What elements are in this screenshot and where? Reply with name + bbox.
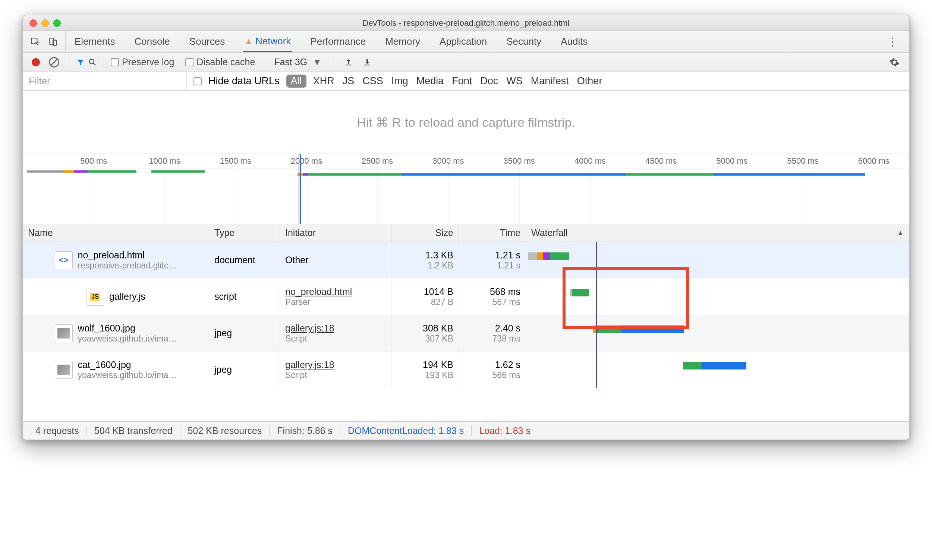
device-toggle-icon[interactable] [45,31,62,52]
element-picker-icon[interactable] [26,31,44,52]
request-time: 1.62 s566 ms [459,352,526,388]
tab-sources[interactable]: Sources [188,31,226,52]
timeline-tick: 2000 ms [291,156,322,166]
request-name: wolf_1600.jpg [78,323,177,334]
record-icon[interactable] [32,58,40,66]
settings-icon[interactable] [889,57,909,68]
request-row[interactable]: wolf_1600.jpgyoavweiss.github.io/ima…jpe… [23,315,909,352]
status-transferred: 504 KB transferred [87,425,180,436]
status-finish: Finish: 5.86 s [269,425,340,436]
upload-har-icon[interactable] [341,58,357,66]
status-load: Load: 1.83 s [472,425,538,436]
tab-security[interactable]: Security [505,31,543,52]
zoom-icon[interactable] [53,19,61,27]
filter-type-doc[interactable]: Doc [480,75,498,87]
request-size: 1014 B827 B [392,278,459,315]
request-type: script [209,278,280,315]
disable-cache-checkbox[interactable] [185,58,194,66]
filter-type-font[interactable]: Font [452,75,472,87]
request-name: no_preload.html [78,250,177,261]
status-dcl: DOMContentLoaded: 1.83 s [340,425,472,436]
filter-type-manifest[interactable]: Manifest [531,75,569,87]
panels-tabbar: Elements Console Sources ▲Network Perfor… [23,31,909,52]
overflow-menu-icon[interactable]: ⋮ [876,35,909,48]
filetype-icon: JS [86,288,104,306]
download-har-icon[interactable] [359,58,375,66]
window-title: DevTools - responsive-preload.glitch.me/… [23,18,909,28]
network-toolbar: Preserve log Disable cache Fast 3G ▼ [23,52,909,72]
col-time[interactable]: Time [459,224,526,242]
devtools-window: DevTools - responsive-preload.glitch.me/… [22,15,910,440]
waterfall-cell [526,352,909,388]
timeline-tick: 1000 ms [149,156,180,166]
filter-type-media[interactable]: Media [417,75,444,87]
request-grid: Name Type Initiator Size Time Waterfall▲… [23,224,909,422]
traffic-lights [23,19,61,27]
col-type[interactable]: Type [209,224,280,242]
waterfall-bar [570,289,589,296]
waterfall-bar [528,252,569,260]
warning-icon: ▲ [244,36,253,46]
request-size: 194 KB193 KB [392,352,459,388]
filter-type-css[interactable]: CSS [362,75,383,87]
col-initiator[interactable]: Initiator [280,224,392,242]
tab-application[interactable]: Application [438,31,488,52]
timeline-tick: 5500 ms [787,156,818,166]
preserve-log-label: Preserve log [122,57,174,68]
status-requests: 4 requests [28,425,87,436]
col-size[interactable]: Size [392,224,459,242]
disable-cache-label: Disable cache [197,57,255,68]
request-row[interactable]: JSgallery.jsscriptno_preload.htmlParser1… [23,278,909,315]
request-type: document [209,242,280,278]
initiator-link[interactable]: no_preload.html [285,286,386,297]
tab-console[interactable]: Console [133,31,171,52]
clear-icon[interactable] [49,57,59,68]
timeline-tick: 3000 ms [432,156,464,166]
divider [262,56,262,68]
filter-type-img[interactable]: Img [391,75,408,87]
col-name[interactable]: Name [23,224,209,242]
filter-type-ws[interactable]: WS [506,75,523,87]
tab-elements[interactable]: Elements [73,31,116,52]
request-size: 308 KB307 KB [392,315,459,351]
throttle-select[interactable]: Fast 3G ▼ [269,57,327,68]
divider [334,56,334,68]
hide-data-urls-checkbox[interactable] [194,77,202,85]
request-time: 2.40 s738 ms [459,315,526,351]
tab-audits[interactable]: Audits [559,31,589,52]
filter-type-other[interactable]: Other [577,75,603,87]
initiator-link[interactable]: gallery.js:18 [285,323,386,334]
search-icon[interactable] [88,58,97,67]
filetype-icon [55,361,73,379]
filmstrip-hint: Hit ⌘ R to reload and capture filmstrip. [23,91,909,154]
filter-type-js[interactable]: JS [343,75,355,87]
tab-network[interactable]: ▲Network [243,31,292,52]
waterfall-bar [683,362,746,369]
filter-icon[interactable] [76,58,85,67]
filter-all[interactable]: All [286,75,306,88]
col-waterfall[interactable]: Waterfall▲ [526,224,909,242]
initiator-type: Script [285,370,386,380]
filter-type-xhr[interactable]: XHR [313,75,334,87]
timeline-tick: 2500 ms [361,156,393,166]
overview-bar [626,173,865,175]
timeline-tick: 1500 ms [220,156,251,166]
overview-marker [300,154,301,224]
timeline-tick: 5000 ms [716,156,747,166]
initiator-link[interactable]: gallery.js:18 [285,359,386,370]
filter-types: XHRJSCSSImgMediaFontDocWSManifestOther [313,75,603,87]
request-row[interactable]: <>no_preload.htmlresponsive-preload.glit… [23,242,909,278]
filter-input[interactable] [23,72,187,90]
close-icon[interactable] [29,19,37,27]
timeline-overview[interactable]: 500 ms1000 ms1500 ms2000 ms2500 ms3000 m… [23,154,909,224]
preserve-log-checkbox[interactable] [111,58,119,66]
sort-indicator-icon: ▲ [897,229,904,237]
overview-marker [298,154,299,224]
status-resources: 502 KB resources [180,425,270,436]
waterfall-cell [526,242,909,278]
minimize-icon[interactable] [42,19,49,27]
request-host: yoavweiss.github.io/ima… [78,370,177,380]
tab-performance[interactable]: Performance [309,31,367,52]
request-row[interactable]: cat_1600.jpgyoavweiss.github.io/ima…jpeg… [23,352,909,388]
tab-memory[interactable]: Memory [384,31,421,52]
